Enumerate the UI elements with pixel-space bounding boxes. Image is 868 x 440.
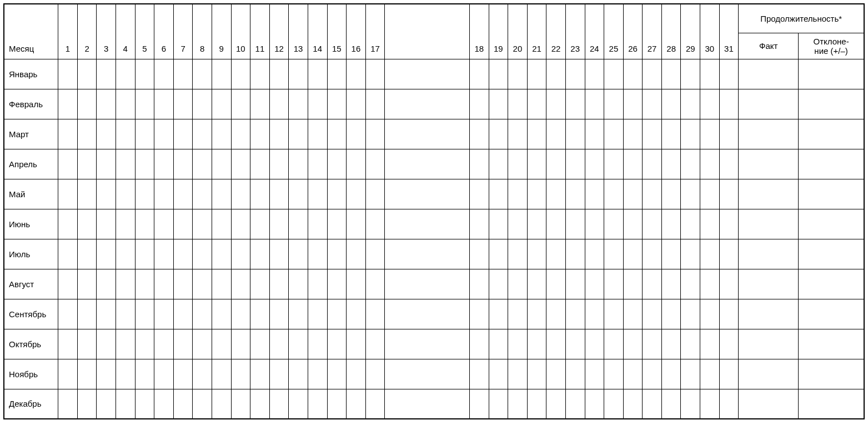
day-cell [135, 359, 154, 389]
day-cell [135, 119, 154, 149]
day-cell [193, 209, 212, 239]
day-cell [289, 119, 308, 149]
day-cell [212, 119, 231, 149]
day-cell [489, 119, 508, 149]
table-row: Ноябрь [4, 359, 864, 389]
duration-header: Продолжительность* [739, 4, 864, 33]
day-cell [604, 299, 624, 329]
day-cell [77, 89, 97, 119]
day-cell [231, 89, 250, 119]
gap-cell [385, 329, 470, 359]
day-cell [116, 149, 135, 179]
day-cell [508, 59, 528, 89]
day-header: 18 [469, 4, 489, 59]
day-cell [97, 119, 116, 149]
day-cell [58, 179, 78, 209]
day-cell [661, 179, 681, 209]
day-cell [269, 239, 289, 269]
day-cell [508, 329, 528, 359]
day-cell [327, 209, 347, 239]
day-cell [231, 269, 250, 299]
day-cell [347, 119, 366, 149]
day-cell [116, 269, 135, 299]
day-cell [643, 89, 662, 119]
gap-cell [385, 149, 470, 179]
month-cell: Декабрь [4, 389, 58, 419]
day-cell [193, 329, 212, 359]
day-cell [212, 359, 231, 389]
day-cell [546, 299, 566, 329]
table-row: Январь [4, 59, 864, 89]
table-body: ЯнварьФевральМартАпрельМайИюньИюльАвгуст… [4, 59, 864, 419]
day-cell [116, 329, 135, 359]
gap-cell [385, 359, 470, 389]
day-header: 26 [623, 4, 643, 59]
day-cell [546, 389, 566, 419]
day-cell [58, 269, 78, 299]
day-cell [77, 329, 97, 359]
gap-cell [385, 299, 470, 329]
day-cell [643, 59, 662, 89]
day-cell [193, 179, 212, 209]
day-cell [565, 209, 585, 239]
day-cell [565, 239, 585, 269]
gap-cell [385, 119, 470, 149]
deviation-cell [799, 149, 864, 179]
day-cell [365, 389, 385, 419]
day-cell [489, 329, 508, 359]
day-cell [173, 179, 193, 209]
day-cell [604, 359, 624, 389]
day-cell [231, 359, 250, 389]
day-cell [327, 59, 347, 89]
deviation-cell [799, 389, 864, 419]
day-cell [565, 119, 585, 149]
day-cell [193, 119, 212, 149]
day-cell [623, 239, 643, 269]
day-cell [623, 329, 643, 359]
day-cell [135, 149, 154, 179]
day-cell [546, 89, 566, 119]
day-cell [585, 59, 604, 89]
day-cell [250, 299, 270, 329]
day-cell [193, 299, 212, 329]
day-cell [546, 149, 566, 179]
fact-cell [739, 59, 799, 89]
day-cell [681, 59, 700, 89]
day-cell [700, 209, 720, 239]
day-cell [173, 89, 193, 119]
day-cell [116, 89, 135, 119]
day-cell [469, 209, 489, 239]
day-cell [347, 89, 366, 119]
deviation-cell [799, 209, 864, 239]
day-cell [508, 389, 528, 419]
day-cell [289, 89, 308, 119]
day-cell [97, 209, 116, 239]
day-cell [719, 299, 739, 329]
table-row: Июнь [4, 209, 864, 239]
day-cell [269, 269, 289, 299]
day-cell [193, 89, 212, 119]
day-cell [231, 209, 250, 239]
day-cell [173, 269, 193, 299]
day-cell [97, 329, 116, 359]
day-cell [97, 149, 116, 179]
day-cell [700, 359, 720, 389]
day-cell [231, 239, 250, 269]
day-cell [365, 299, 385, 329]
gap-cell [385, 209, 470, 239]
day-cell [527, 359, 546, 389]
day-cell [347, 269, 366, 299]
day-cell [116, 299, 135, 329]
day-cell [116, 359, 135, 389]
deviation-cell [799, 119, 864, 149]
day-cell [643, 179, 662, 209]
day-cell [231, 59, 250, 89]
day-cell [585, 239, 604, 269]
day-cell [546, 179, 566, 209]
day-cell [250, 329, 270, 359]
day-cell [58, 209, 78, 239]
day-header: 11 [250, 4, 270, 59]
day-cell [173, 329, 193, 359]
day-cell [585, 119, 604, 149]
day-cell [347, 209, 366, 239]
